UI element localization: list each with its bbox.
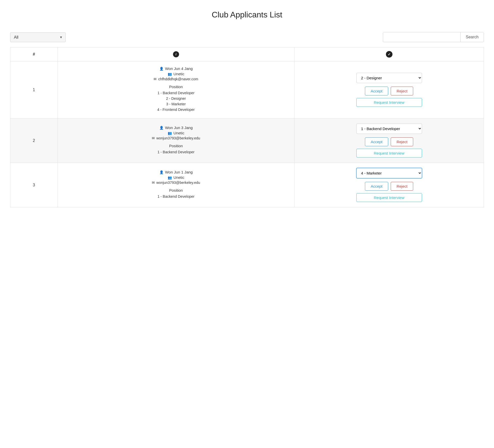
reject-button[interactable]: Reject: [391, 87, 413, 95]
position-item: 1 - Backend Developer: [62, 150, 290, 154]
position-item: 1 - Backend Developer: [62, 194, 290, 198]
accept-button[interactable]: Accept: [365, 182, 388, 191]
action-buttons: AcceptReject: [299, 137, 480, 146]
applicant-email: chfhddldhqk@naver.com: [62, 77, 290, 81]
row-info-cell: Won Jun 4 Jang Unetic chfhddldhqk@naver.…: [58, 61, 294, 118]
row-number-cell: 1: [10, 61, 58, 118]
controls-row: All Accepted Rejected Pending ▼ Search: [10, 32, 484, 42]
search-button[interactable]: Search: [460, 32, 484, 42]
search-wrapper: Search: [383, 32, 484, 42]
filter-wrapper: All Accepted Rejected Pending ▼: [10, 32, 66, 42]
row-action-cell: 1 - Backend Developer2 - Designer3 - Mar…: [294, 61, 484, 118]
position-label: Position: [62, 144, 290, 148]
position-item: 3 - Marketer: [62, 102, 290, 106]
search-input[interactable]: [383, 32, 460, 42]
interview-button[interactable]: Request Interview: [356, 149, 422, 158]
info-icon: i: [173, 51, 179, 57]
position-label: Position: [62, 85, 290, 89]
position-select[interactable]: 1 - Backend Developer2 - Designer3 - Mar…: [356, 73, 422, 83]
accept-button[interactable]: Accept: [365, 137, 388, 146]
applicant-club: Unetic: [62, 131, 290, 135]
group-icon: [168, 131, 172, 135]
col-header-info: i: [58, 47, 294, 61]
interview-button[interactable]: Request Interview: [356, 193, 422, 202]
position-item: 2 - Designer: [62, 96, 290, 101]
filter-select[interactable]: All Accepted Rejected Pending: [10, 32, 66, 42]
person-icon: [159, 66, 164, 71]
mail-icon: [152, 136, 155, 140]
person-icon: [159, 126, 164, 130]
table-row: 2 Won Jun 3 Jang Unetic wonjun3793@berke…: [10, 118, 484, 163]
applicants-table: # i ✓ 1 Won Jun 4 Jang Unetic chfhddldhq…: [10, 47, 484, 207]
col-header-action: ✓: [294, 47, 484, 61]
mail-icon: [152, 181, 155, 185]
row-number-cell: 2: [10, 118, 58, 163]
group-icon: [168, 72, 172, 76]
position-item: 4 - Frontend Developer: [62, 108, 290, 112]
position-item: 1 - Backend Developer: [62, 91, 290, 95]
applicant-name: Won Jun 4 Jang: [62, 66, 290, 71]
action-buttons: AcceptReject: [299, 182, 480, 191]
position-select[interactable]: 1 - Backend Developer2 - Designer3 - Mar…: [356, 123, 422, 134]
row-action-cell: 1 - Backend Developer2 - Designer3 - Mar…: [294, 118, 484, 163]
applicant-email: wonjun3793@berkeley.edu: [62, 136, 290, 140]
reject-button[interactable]: Reject: [391, 182, 413, 191]
col-header-number: #: [10, 47, 58, 61]
row-number-cell: 3: [10, 163, 58, 207]
applicant-email: wonjun3793@berkeley.edu: [62, 181, 290, 185]
accept-button[interactable]: Accept: [365, 87, 388, 95]
applicant-club: Unetic: [62, 72, 290, 76]
reject-button[interactable]: Reject: [391, 137, 413, 146]
position-label: Position: [62, 188, 290, 192]
row-info-cell: Won Jun 3 Jang Unetic wonjun3793@berkele…: [58, 118, 294, 163]
group-icon: [168, 175, 172, 180]
interview-button[interactable]: Request Interview: [356, 98, 422, 107]
page-title: Club Applicants List: [10, 10, 484, 19]
table-row: 1 Won Jun 4 Jang Unetic chfhddldhqk@nave…: [10, 61, 484, 118]
applicant-name: Won Jun 1 Jang: [62, 170, 290, 174]
applicant-name: Won Jun 3 Jang: [62, 126, 290, 130]
position-select[interactable]: 1 - Backend Developer2 - Designer3 - Mar…: [356, 168, 422, 178]
mail-icon: [154, 77, 157, 81]
action-buttons: AcceptReject: [299, 87, 480, 95]
applicant-club: Unetic: [62, 175, 290, 180]
table-header-row: # i ✓: [10, 47, 484, 61]
table-row: 3 Won Jun 1 Jang Unetic wonjun3793@berke…: [10, 163, 484, 207]
row-action-cell: 1 - Backend Developer2 - Designer3 - Mar…: [294, 163, 484, 207]
row-info-cell: Won Jun 1 Jang Unetic wonjun3793@berkele…: [58, 163, 294, 207]
person-icon: [159, 170, 164, 174]
check-icon: ✓: [386, 51, 392, 58]
